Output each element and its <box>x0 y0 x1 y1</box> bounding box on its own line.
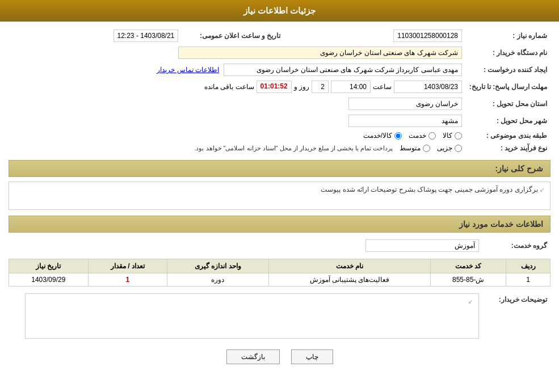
response-deadline-value-cell: 1403/08/23 ساعت 14:00 2 روز و 01:01:52 س… <box>9 78 465 95</box>
buyer-desc-table: توضیحات خریدار: ↙ <box>9 291 550 341</box>
requester-value: مهدی عباسی کاربرداز شرکت شهرک های صنعتی … <box>224 64 462 76</box>
row-requester: ایجاد کننده درخواست : مهدی عباسی کاربردا… <box>9 61 550 78</box>
purchase-type-label: نوع فرآیند خرید : <box>465 142 550 154</box>
row-purchase-type: نوع فرآیند خرید : جزیی متوسط پرداخت تمام… <box>9 142 550 154</box>
page-header: جزئیات اطلاعات نیاز <box>0 0 559 22</box>
row-need-number: شماره نیاز : 1103001258000128 تاریخ و سا… <box>9 27 550 44</box>
purchase-type-radio-jozi[interactable] <box>455 145 462 152</box>
public-date-label: تاریخ و ساعت اعلان عمومی: <box>182 27 284 44</box>
requester-label: ایجاد کننده درخواست : <box>465 61 550 78</box>
page-wrapper: جزئیات اطلاعات نیاز شماره نیاز : 1103001… <box>0 0 559 392</box>
remaining-time-value: 01:01:52 <box>257 81 292 93</box>
response-deadline-label: مهلت ارسال پاسخ: تا تاریخ: <box>465 78 550 95</box>
category-radio-khedmat[interactable] <box>428 132 436 140</box>
response-time-value: 14:00 <box>331 81 371 93</box>
cell-name: فعالیت‌های پشتیبانی آموزش <box>268 273 431 286</box>
col-code: کد خدمت <box>431 259 506 273</box>
buyer-desc-label: توضیحات خریدار: <box>482 291 550 341</box>
delivery-province-value-cell: خراسان رضوی <box>9 95 465 112</box>
response-date-value: 1403/08/23 <box>394 81 462 93</box>
category-label: طبقه بندی موضوعی : <box>465 129 550 142</box>
description-title: شرح کلی نیاز: <box>495 164 543 173</box>
delivery-province-value: خراسان رضوی <box>348 98 462 110</box>
print-button[interactable]: چاپ <box>291 349 333 364</box>
main-info-table: شماره نیاز : 1103001258000128 تاریخ و سا… <box>9 27 550 154</box>
content-area: شماره نیاز : 1103001258000128 تاریخ و سا… <box>0 22 559 378</box>
delivery-city-value: مشهد <box>348 115 462 127</box>
category-radio-kala-khedmat[interactable] <box>394 132 402 140</box>
category-khedmat-label: خدمت <box>409 132 426 140</box>
page-title: جزئیات اطلاعات نیاز <box>243 6 316 15</box>
description-text: برگزاری دوره آموزشی جمینی جهت پوشاک بشرح… <box>321 186 537 193</box>
row-buyer-desc: توضیحات خریدار: ↙ <box>9 291 550 341</box>
col-quantity: تعداد / مقدار <box>88 259 167 273</box>
table-row: 1 ش-85-855 فعالیت‌های پشتیبانی آموزش دور… <box>9 273 550 286</box>
row-response-deadline: مهلت ارسال پاسخ: تا تاریخ: 1403/08/23 سا… <box>9 78 550 95</box>
remaining-days-label: روز و <box>294 83 309 91</box>
category-kala-label: کالا <box>443 132 452 140</box>
category-option-kala-khedmat: کالا/خدمت <box>363 132 402 140</box>
row-delivery-city: شهر محل تحویل : مشهد <box>9 112 550 129</box>
col-row-num: ردیف <box>506 259 550 273</box>
description-box: ↙ برگزاری دوره آموزشی جمینی جهت پوشاک بش… <box>9 182 550 210</box>
cell-code: ش-85-855 <box>431 273 506 286</box>
buyer-desc-box: ↙ <box>25 293 479 339</box>
purchase-type-jozi-label: جزیی <box>437 144 452 152</box>
buyer-desc-value-cell: ↙ <box>9 291 482 341</box>
category-kala-khedmat-label: کالا/خدمت <box>363 132 392 140</box>
remaining-suffix: ساعت باقی مانده <box>204 83 254 91</box>
buyer-org-value: شرکت شهرک های صنعتی استان خراسان رضوی <box>178 47 462 59</box>
cell-date: 1403/09/29 <box>9 273 89 286</box>
purchase-type-value-cell: جزیی متوسط پرداخت تمام یا بخشی از مبلغ خ… <box>9 142 465 154</box>
category-radio-kala[interactable] <box>455 132 462 140</box>
col-date: تاریخ نیاز <box>9 259 89 273</box>
public-date-value: 1403/08/21 - 12:23 <box>114 29 179 42</box>
category-option-kala: کالا <box>443 132 462 140</box>
category-value-cell: کالا خدمت کالا/خدمت <box>9 129 465 142</box>
service-group-table: گروه خدمت: آموزش <box>9 237 550 254</box>
requester-link[interactable]: اطلاعات تماس خریدار <box>157 66 219 74</box>
service-group-label: گروه خدمت: <box>482 237 550 254</box>
services-table-head: ردیف کد خدمت نام خدمت واحد اندازه گیری ت… <box>9 259 550 273</box>
requester-value-cell: مهدی عباسی کاربرداز شرکت شهرک های صنعتی … <box>9 61 465 78</box>
services-table: ردیف کد خدمت نام خدمت واحد اندازه گیری ت… <box>9 259 550 286</box>
services-table-body: 1 ش-85-855 فعالیت‌های پشتیبانی آموزش دور… <box>9 273 550 286</box>
row-delivery-province: استان محل تحویل : خراسان رضوی <box>9 95 550 112</box>
category-radio-group: کالا خدمت کالا/خدمت <box>12 132 462 140</box>
arrow-indicator: ↙ <box>540 187 544 193</box>
row-category: طبقه بندی موضوعی : کالا خدمت <box>9 129 550 142</box>
service-group-value: آموزش <box>365 239 479 252</box>
purchase-type-radio-motavasset[interactable] <box>423 145 430 152</box>
description-section-header: شرح کلی نیاز: <box>9 160 550 177</box>
public-date-value-cell: 1403/08/21 - 12:23 <box>9 27 182 44</box>
purchase-type-option-jozi: جزیی <box>437 144 462 152</box>
buyer-desc-arrow: ↙ <box>468 298 473 305</box>
col-name: نام خدمت <box>268 259 431 273</box>
buyer-org-value-cell: شرکت شهرک های صنعتی استان خراسان رضوی <box>9 44 465 61</box>
service-group-value-cell: آموزش <box>9 237 482 254</box>
row-service-group: گروه خدمت: آموزش <box>9 237 550 254</box>
cell-row-num: 1 <box>506 273 550 286</box>
col-unit: واحد اندازه گیری <box>167 259 269 273</box>
delivery-province-label: استان محل تحویل : <box>465 95 550 112</box>
cell-quantity: 1 <box>88 273 167 286</box>
need-number-value-cell: 1103001258000128 <box>284 27 465 44</box>
need-number-value: 1103001258000128 <box>393 29 462 42</box>
services-table-header-row: ردیف کد خدمت نام خدمت واحد اندازه گیری ت… <box>9 259 550 273</box>
cell-unit: دوره <box>167 273 269 286</box>
delivery-city-label: شهر محل تحویل : <box>465 112 550 129</box>
remaining-days-value: 2 <box>312 81 329 93</box>
services-section-header: اطلاعات خدمات مورد نیاز <box>9 216 550 233</box>
row-buyer-org: نام دستگاه خریدار : شرکت شهرک های صنعتی … <box>9 44 550 61</box>
buttons-row: چاپ بازگشت <box>9 349 550 364</box>
back-button[interactable]: بازگشت <box>226 349 280 364</box>
time-label: ساعت <box>373 83 392 91</box>
purchase-type-motavasset-label: متوسط <box>400 144 421 152</box>
category-option-khedmat: خدمت <box>409 132 436 140</box>
services-title: اطلاعات خدمات مورد نیاز <box>459 220 543 229</box>
need-number-label: شماره نیاز : <box>465 27 550 44</box>
purchase-note: پرداخت تمام یا بخشی از مبلغ خریدار از مح… <box>194 145 393 152</box>
delivery-city-value-cell: مشهد <box>9 112 465 129</box>
purchase-type-option-motavasset: متوسط <box>400 144 430 152</box>
purchase-type-radio-group: جزیی متوسط پرداخت تمام یا بخشی از مبلغ خ… <box>12 144 462 152</box>
